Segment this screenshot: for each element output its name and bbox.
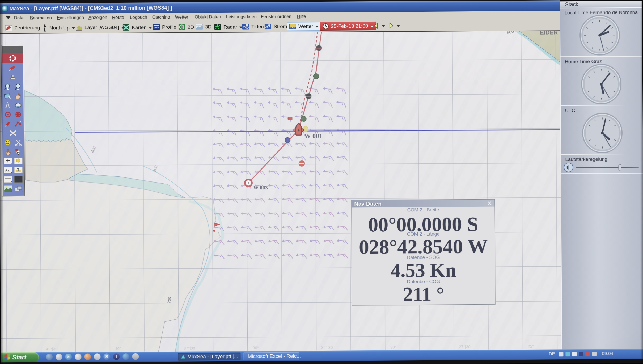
svg-text:+: + [19,120,21,123]
svg-text:N: N [44,24,46,28]
svg-text:Aa: Aa [5,168,10,172]
